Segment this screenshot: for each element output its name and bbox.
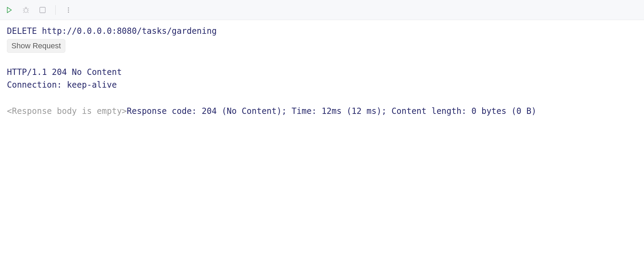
svg-line-7 (28, 12, 29, 13)
request-url: http://0.0.0.0:8080/tasks/gardening (42, 26, 217, 36)
stop-icon (39, 7, 46, 13)
toolbar (0, 0, 644, 20)
empty-body-text: <Response body is empty> (7, 106, 127, 116)
response-summary: Response code: 204 (No Content); Time: 1… (127, 106, 536, 116)
svg-line-2 (23, 9, 25, 9)
response-header-line: Connection: keep-alive (7, 79, 637, 91)
svg-line-5 (28, 9, 29, 9)
request-method: DELETE (7, 26, 37, 36)
svg-point-11 (68, 11, 69, 12)
debug-button[interactable] (21, 5, 31, 15)
kebab-icon (66, 7, 71, 13)
request-line: DELETE http://0.0.0.0:8080/tasks/gardeni… (7, 25, 637, 38)
response-body-line: <Response body is empty>Response code: 2… (7, 105, 637, 118)
response-panel: DELETE http://0.0.0.0:8080/tasks/gardeni… (0, 20, 644, 123)
toolbar-separator (55, 5, 56, 15)
svg-point-10 (68, 9, 69, 10)
stop-button[interactable] (37, 5, 48, 15)
play-icon (6, 7, 13, 13)
more-button[interactable] (63, 5, 74, 15)
run-button[interactable] (4, 5, 15, 15)
response-status-line: HTTP/1.1 204 No Content (7, 66, 637, 79)
bug-icon (22, 6, 30, 14)
svg-rect-8 (40, 7, 45, 13)
show-request-button[interactable]: Show Request (7, 39, 65, 53)
svg-point-9 (68, 7, 69, 8)
svg-line-4 (23, 12, 25, 13)
